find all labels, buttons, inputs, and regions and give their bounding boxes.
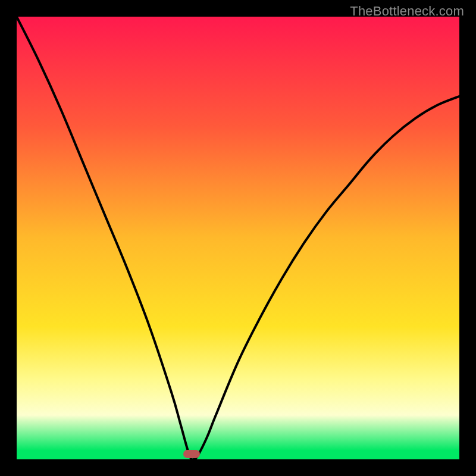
curve-path	[17, 17, 459, 459]
bottleneck-curve	[17, 17, 459, 459]
minimum-marker	[183, 450, 200, 458]
chart-plot-area	[17, 17, 459, 459]
